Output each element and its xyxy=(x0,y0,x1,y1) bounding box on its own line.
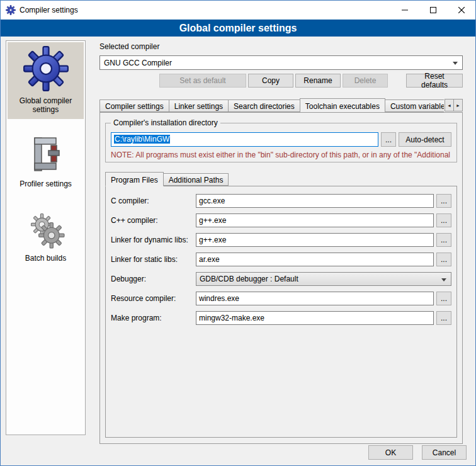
dynamic-linker-row: Linker for dynamic libs: g++.exe ... xyxy=(111,233,451,247)
browse-static-linker-button[interactable]: ... xyxy=(436,253,451,266)
clamp-icon xyxy=(26,134,66,174)
blue-gear-icon xyxy=(23,46,69,91)
sidebar-item-profiler-settings[interactable]: Profiler settings xyxy=(8,130,84,193)
set-as-default-button: Set as default xyxy=(159,74,246,88)
browse-make-program-button[interactable]: ... xyxy=(436,311,451,325)
titlebar: Compiler settings xyxy=(1,1,475,20)
maximize-button[interactable] xyxy=(419,1,447,20)
window-title: Compiler settings xyxy=(20,6,78,14)
make-program-value: mingw32-make.exe xyxy=(199,314,264,322)
resource-compiler-label: Resource compiler: xyxy=(111,294,196,303)
reset-defaults-button[interactable]: Reset defaults xyxy=(406,74,463,88)
compiler-select[interactable]: GNU GCC Compiler xyxy=(99,55,463,70)
browse-dynamic-linker-button[interactable]: ... xyxy=(436,233,451,247)
compiler-select-value: GNU GCC Compiler xyxy=(104,59,172,67)
program-files-panel: C compiler: gcc.exe ... C++ compiler: g+… xyxy=(105,186,457,438)
c-compiler-input[interactable]: gcc.exe xyxy=(196,194,434,208)
toolchain-executables-panel: Compiler's installation directory C:\ray… xyxy=(99,112,463,444)
debugger-row: Debugger: GDB/CDB debugger : Default xyxy=(111,272,451,286)
cpp-compiler-label: C++ compiler: xyxy=(111,216,196,225)
c-compiler-row: C compiler: gcc.exe ... xyxy=(111,194,451,208)
delete-button: Delete xyxy=(343,74,388,88)
program-files-tabstrip: Program Files Additional Paths xyxy=(105,171,457,186)
debugger-select[interactable]: GDB/CDB debugger : Default xyxy=(196,272,451,286)
cancel-button[interactable]: Cancel xyxy=(422,445,467,460)
dynamic-linker-value: g++.exe xyxy=(199,236,226,244)
cpp-compiler-value: g++.exe xyxy=(199,216,226,225)
ok-button[interactable]: OK xyxy=(368,445,413,460)
chevron-down-icon xyxy=(441,278,446,281)
gray-gears-icon xyxy=(26,208,66,249)
resource-compiler-row: Resource compiler: windres.exe ... xyxy=(111,292,451,305)
dynamic-linker-label: Linker for dynamic libs: xyxy=(111,236,196,244)
make-program-input[interactable]: mingw32-make.exe xyxy=(196,311,434,325)
installation-directory-value: C:\raylib\MinGW xyxy=(114,135,170,144)
resource-compiler-input[interactable]: windres.exe xyxy=(196,292,434,305)
installation-directory-input[interactable]: C:\raylib\MinGW xyxy=(111,132,378,147)
cpp-compiler-input[interactable]: g++.exe xyxy=(196,213,434,227)
browse-cpp-compiler-button[interactable]: ... xyxy=(436,213,451,227)
main-panel: Selected compiler GNU GCC Compiler Set a… xyxy=(94,40,468,444)
make-program-label: Make program: xyxy=(111,314,196,322)
selected-compiler-label: Selected compiler xyxy=(99,42,463,51)
copy-button[interactable]: Copy xyxy=(248,74,293,88)
tab-compiler-settings[interactable]: Compiler settings xyxy=(99,99,169,112)
dialog-footer: OK Cancel xyxy=(368,445,467,460)
browse-c-compiler-button[interactable]: ... xyxy=(436,194,451,208)
sidebar-item-label: Global compiler settings xyxy=(10,96,81,114)
c-compiler-label: C compiler: xyxy=(111,196,196,205)
compiler-actions: Set as default Copy Rename Delete Reset … xyxy=(99,74,463,88)
debugger-label: Debugger: xyxy=(111,275,196,283)
sidebar-item-label: Batch builds xyxy=(25,254,66,263)
chevron-down-icon xyxy=(453,62,458,65)
auto-detect-button[interactable]: Auto-detect xyxy=(399,132,451,147)
tab-search-directories[interactable]: Search directories xyxy=(228,99,300,112)
make-program-row: Make program: mingw32-make.exe ... xyxy=(111,311,451,325)
sidebar-item-label: Profiler settings xyxy=(20,179,72,188)
static-linker-value: ar.exe xyxy=(199,255,220,264)
app-gear-icon xyxy=(6,5,16,15)
settings-sidebar: Global compiler settings Profiler settin… xyxy=(6,40,86,435)
sidebar-item-global-compiler-settings[interactable]: Global compiler settings xyxy=(8,42,84,119)
tab-scroll-right-button[interactable]: ► xyxy=(453,99,463,111)
cpp-compiler-row: C++ compiler: g++.exe ... xyxy=(111,213,451,227)
static-linker-label: Linker for static libs: xyxy=(111,255,196,264)
tabs-scroll-area: Compiler settings Linker settings Search… xyxy=(99,98,444,112)
static-linker-input[interactable]: ar.exe xyxy=(196,253,434,266)
installation-directory-group: Compiler's installation directory C:\ray… xyxy=(105,123,457,162)
close-button[interactable] xyxy=(447,1,475,20)
compiler-settings-dialog: Compiler settings Global compiler settin… xyxy=(0,0,476,466)
tab-scroll-left-button[interactable]: ◄ xyxy=(445,99,454,111)
tab-scroll-buttons: ◄ ► xyxy=(445,99,463,111)
tab-additional-paths[interactable]: Additional Paths xyxy=(163,173,229,186)
bin-subdirectory-note: NOTE: All programs must exist either in … xyxy=(111,151,451,159)
minimize-button[interactable] xyxy=(390,1,419,20)
sidebar-item-batch-builds[interactable]: Batch builds xyxy=(8,205,84,268)
resource-compiler-value: windres.exe xyxy=(199,294,239,303)
c-compiler-value: gcc.exe xyxy=(199,196,225,205)
page-title: Global compiler settings xyxy=(1,20,475,37)
debugger-value: GDB/CDB debugger : Default xyxy=(200,275,298,283)
browse-directory-button[interactable]: ... xyxy=(381,132,396,147)
tab-program-files[interactable]: Program Files xyxy=(105,172,164,186)
installation-directory-label: Compiler's installation directory xyxy=(111,118,220,127)
settings-tabstrip: Compiler settings Linker settings Search… xyxy=(99,98,463,112)
tab-custom-variables[interactable]: Custom variables xyxy=(385,99,444,112)
browse-resource-compiler-button[interactable]: ... xyxy=(436,292,451,305)
static-linker-row: Linker for static libs: ar.exe ... xyxy=(111,253,451,266)
rename-button[interactable]: Rename xyxy=(295,74,341,88)
tab-toolchain-executables[interactable]: Toolchain executables xyxy=(300,98,385,112)
tab-linker-settings[interactable]: Linker settings xyxy=(169,99,229,112)
dynamic-linker-input[interactable]: g++.exe xyxy=(196,233,434,247)
